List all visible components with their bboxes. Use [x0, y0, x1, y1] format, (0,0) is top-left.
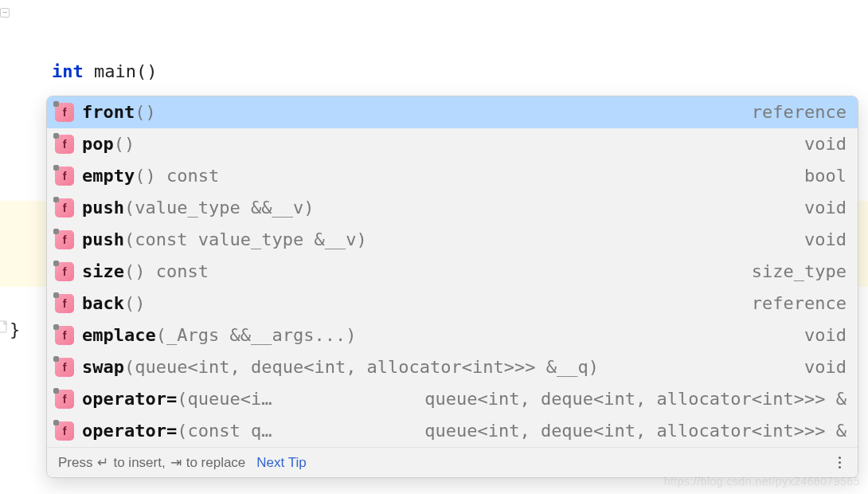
- function-icon: f: [55, 230, 74, 249]
- completion-item-back[interactable]: fback()reference: [47, 288, 858, 320]
- completion-item-emplace[interactable]: femplace(_Args &&__args...)void: [47, 320, 858, 351]
- completion-return-type: queue<int, deque<int, allocator<int>>> &: [409, 385, 846, 414]
- completion-params: (_Args &&__args...): [156, 321, 357, 350]
- completion-return-type: reference: [736, 289, 846, 318]
- completion-name: push: [82, 225, 124, 254]
- footer-press: Press: [58, 455, 92, 471]
- footer-to-replace: to replace: [186, 455, 246, 471]
- tab-key-icon: ⇥: [170, 454, 182, 471]
- completion-signature: pop(): [82, 130, 780, 159]
- completion-item-swap[interactable]: fswap(queue<int, deque<int, allocator<in…: [47, 351, 858, 383]
- completion-name: pop: [82, 130, 114, 159]
- keyword-int: int: [52, 61, 84, 81]
- function-icon: f: [55, 135, 74, 154]
- function-icon: f: [55, 326, 74, 345]
- completion-signature: operator=(queue<i…: [82, 385, 401, 414]
- function-icon: f: [55, 198, 74, 218]
- completion-return-type: reference: [736, 98, 846, 127]
- completion-params: () const: [124, 257, 209, 286]
- footer-to-insert: to insert,: [113, 455, 165, 471]
- function-icon: f: [55, 390, 74, 409]
- completion-params: (queue<i…: [177, 385, 272, 414]
- completion-return-type: void: [788, 130, 846, 159]
- completion-params: (value_type &&__v): [124, 194, 314, 222]
- completion-return-type: size_type: [736, 257, 846, 286]
- completion-return-type: bool: [788, 162, 846, 190]
- completion-signature: push(value_type &&__v): [82, 194, 780, 222]
- function-icon: f: [55, 421, 74, 441]
- function-icon: f: [55, 294, 74, 313]
- completion-item-empty[interactable]: fempty() constbool: [47, 160, 858, 192]
- completion-params: (const q…: [177, 417, 272, 445]
- function-icon: f: [55, 103, 74, 122]
- completion-params: (): [135, 98, 156, 127]
- close-brace: }: [10, 320, 20, 339]
- completion-signature: operator=(const q…: [82, 417, 401, 445]
- completion-name: operator=: [82, 417, 177, 445]
- parens: (): [136, 61, 158, 81]
- enter-key-icon: ↵: [97, 454, 108, 471]
- function-icon: f: [55, 358, 74, 377]
- completion-signature: emplace(_Args &&__args...): [82, 321, 780, 350]
- completion-name: empty: [82, 162, 135, 190]
- more-options-icon[interactable]: [832, 457, 846, 469]
- completion-item-push[interactable]: fpush(value_type &&__v)void: [47, 192, 858, 224]
- completion-item-operator=[interactable]: foperator=(const q…queue<int, deque<int,…: [47, 415, 858, 447]
- completion-signature: front(): [82, 98, 728, 127]
- completion-signature: push(const value_type &__v): [82, 225, 780, 254]
- completion-name: swap: [82, 353, 124, 382]
- completion-return-type: queue<int, deque<int, allocator<int>>> &: [409, 417, 846, 445]
- completion-item-front[interactable]: ffront()reference: [47, 96, 858, 128]
- completion-name: push: [82, 194, 124, 222]
- completion-params: (): [114, 130, 135, 159]
- completion-params: (queue<int, deque<int, allocator<int>>> …: [124, 353, 599, 382]
- completion-signature: back(): [82, 289, 728, 318]
- completion-return-type: void: [788, 321, 846, 350]
- completion-params: (const value_type &__v): [124, 225, 367, 254]
- completion-item-pop[interactable]: fpop()void: [47, 128, 858, 160]
- completion-item-operator=[interactable]: foperator=(queue<i…queue<int, deque<int,…: [47, 383, 858, 415]
- page-icon: [0, 320, 9, 335]
- next-tip-link[interactable]: Next Tip: [256, 455, 306, 471]
- completion-item-push[interactable]: fpush(const value_type &__v)void: [47, 224, 858, 256]
- completion-params: (): [124, 289, 146, 318]
- fold-icon[interactable]: −: [0, 8, 10, 18]
- completion-name: size: [82, 257, 124, 286]
- function-icon: f: [55, 167, 74, 186]
- watermark-text: https://blog.csdn.net/pyx2466079565: [664, 475, 860, 488]
- completion-name: front: [82, 98, 135, 127]
- completion-signature: empty() const: [82, 162, 780, 190]
- completion-return-type: void: [788, 353, 846, 382]
- autocomplete-popup[interactable]: ffront()referencefpop()voidfempty() cons…: [46, 96, 858, 478]
- completion-item-size[interactable]: fsize() constsize_type: [47, 256, 858, 288]
- completion-params: () const: [135, 162, 219, 190]
- completion-name: back: [82, 289, 124, 318]
- completion-return-type: void: [788, 225, 846, 254]
- popup-footer: Press ↵ to insert, ⇥ to replace Next Tip: [47, 447, 858, 477]
- function-name: main: [84, 61, 136, 81]
- completion-name: operator=: [82, 385, 177, 414]
- completion-signature: swap(queue<int, deque<int, allocator<int…: [82, 353, 780, 382]
- completion-name: emplace: [82, 321, 156, 350]
- completion-list[interactable]: ffront()referencefpop()voidfempty() cons…: [47, 96, 858, 447]
- completion-signature: size() const: [82, 257, 728, 286]
- function-icon: f: [55, 262, 74, 281]
- completion-return-type: void: [788, 194, 846, 222]
